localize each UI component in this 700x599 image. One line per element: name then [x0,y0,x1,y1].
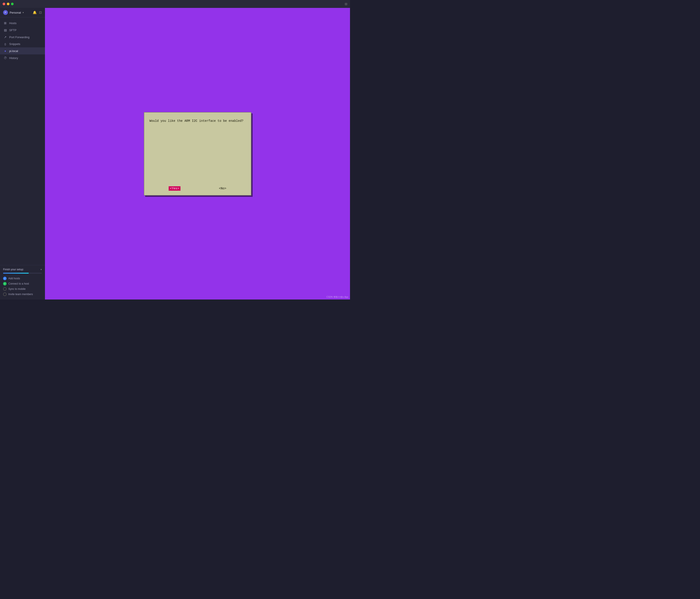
check-invite-team [3,292,6,296]
sidebar-item-history[interactable]: ⏱ History [0,54,45,62]
hosts-icon: ⊞ [3,21,7,25]
sidebar-header-right: 🔔 ⊡ [33,10,42,15]
watermark: CSDN 博客/小猫x.App [327,295,348,298]
check-connect-host: ✓ [3,282,6,285]
finish-setup-header[interactable]: Finish your setup: ▾ [3,268,42,271]
check-sync-mobile [3,287,6,291]
titlebar: ⊟ [0,0,350,8]
setup-item-label: Sync to mobile [8,287,26,290]
setup-item-connect-host: ✓ Connect to a host [3,281,42,286]
chevron-down-icon: ▾ [23,11,24,14]
workspace-name[interactable]: Personal [10,11,21,14]
sidebar-nav: ⊞ Hosts ▤ SFTP ↗ Port Forwarding {} Snip… [0,17,45,265]
terminal-dialog-footer: <Yes> <No> [144,183,251,195]
maximize-button[interactable] [11,3,14,5]
setup-item-label: Add hosts [8,277,20,280]
setup-item-label: Invite team members [8,293,33,296]
terminal-dialog-question: Would you like the ARM I2C interface to … [150,119,246,123]
minimize-button[interactable] [7,3,9,5]
setup-item-sync-mobile: Sync to mobile [3,286,42,292]
check-add-hosts: ✓ [3,277,6,280]
sidebar-item-hosts[interactable]: ⊞ Hosts [0,20,45,27]
sidebar-item-label: Snippets [9,42,20,46]
yes-button[interactable]: <Yes> [169,186,180,191]
sidebar-item-label: pi.local [9,49,18,53]
pi-local-icon: ● [3,49,7,53]
sidebar-header: P Personal ▾ 🔔 ⊡ [0,8,45,17]
terminal-dialog: Would you like the ARM I2C interface to … [144,112,251,195]
screen-icon[interactable]: ⊡ [39,10,42,15]
titlebar-right: ⊟ [345,2,347,6]
bell-icon[interactable]: 🔔 [33,10,37,15]
sidebar-item-port-forwarding[interactable]: ↗ Port Forwarding [0,33,45,41]
traffic-lights [3,3,14,5]
sidebar-item-sftp[interactable]: ▤ SFTP [0,27,45,33]
chevron-down-icon: ▾ [41,268,42,271]
progress-bar-container [3,273,42,273]
setup-item-add-hosts: ✓ Add hosts [3,276,42,281]
app-body: P Personal ▾ 🔔 ⊡ ⊞ Hosts ▤ SFTP ↗ P [0,8,350,300]
sidebar-item-snippets[interactable]: {} Snippets [0,41,45,47]
close-button[interactable] [3,3,5,5]
setup-item-invite-team: Invite team members [3,292,42,297]
sftp-icon: ▤ [3,28,7,32]
sidebar-header-left: P Personal ▾ [3,10,24,15]
no-button[interactable]: <No> [219,187,226,190]
finish-setup-panel: Finish your setup: ▾ ✓ Add hosts ✓ Conne… [0,265,45,300]
setup-item-label: Connect to a host [8,282,29,285]
layout-icon[interactable]: ⊟ [345,2,347,6]
sidebar-item-label: Port Forwarding [9,35,29,39]
history-icon: ⏱ [3,56,7,60]
progress-bar-fill [3,273,29,273]
port-forwarding-icon: ↗ [3,35,7,39]
sidebar-item-label: SFTP [9,28,17,32]
main-content: Would you like the ARM I2C interface to … [45,8,350,300]
workspace-icon: P [3,10,8,15]
sidebar-item-label: Hosts [9,22,17,25]
sidebar-item-pi-local[interactable]: ● pi.local [0,47,45,54]
snippets-icon: {} [3,43,7,45]
finish-setup-title: Finish your setup: [3,268,24,271]
sidebar-item-label: History [9,56,18,60]
sidebar: P Personal ▾ 🔔 ⊡ ⊞ Hosts ▤ SFTP ↗ P [0,8,45,300]
terminal-dialog-body: Would you like the ARM I2C interface to … [144,113,251,183]
